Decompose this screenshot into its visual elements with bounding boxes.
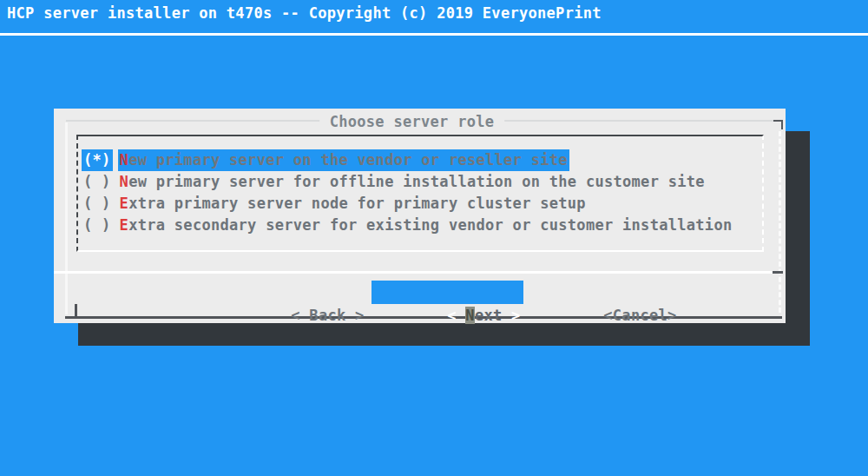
hotkey-letter: E: [120, 195, 129, 212]
server-role-option[interactable]: ( )New primary server for offline instal…: [82, 171, 762, 193]
server-role-option[interactable]: ( )Extra primary server node for primary…: [82, 193, 762, 215]
option-label: Extra primary server node for primary cl…: [118, 193, 588, 215]
back-button[interactable]: < Back >: [218, 281, 365, 304]
hotkey-cursor: N: [465, 307, 475, 324]
next-button-open-bracket: <: [447, 307, 465, 324]
dialog-corner-top-right: [773, 120, 783, 129]
hotkey-letter: E: [120, 216, 129, 234]
server-role-list: (*)New primary server on the vendor or r…: [76, 135, 764, 252]
button-separator-tick: [773, 271, 783, 274]
server-role-option[interactable]: (*)New primary server on the vendor or r…: [82, 149, 762, 171]
next-button-close-bracket: >: [503, 307, 521, 324]
radio-unselected-icon[interactable]: ( ): [82, 171, 113, 193]
server-role-option[interactable]: ( )Extra secondary server for existing v…: [82, 215, 762, 236]
option-label: New primary server for offline installat…: [118, 171, 707, 193]
button-separator: [54, 271, 777, 274]
dialog-top-border: Choose server role: [66, 120, 775, 122]
hotkey-letter: N: [120, 173, 129, 190]
option-label: Extra secondary server for existing vend…: [118, 215, 734, 236]
radio-unselected-icon[interactable]: ( ): [82, 215, 113, 236]
backtitle: HCP server installer on t470s -- Copyrig…: [7, 3, 602, 23]
radio-selected-icon[interactable]: (*): [82, 149, 113, 171]
dialog-title: Choose server role: [319, 111, 505, 132]
choose-server-role-dialog: Choose server role (*)New primary server…: [54, 109, 786, 323]
button-row: < Back > < Next > <Cancel>: [54, 281, 786, 305]
back-button-label: < Back >: [291, 307, 364, 324]
next-button-label: ext: [475, 307, 503, 324]
cancel-button[interactable]: <Cancel>: [530, 281, 677, 304]
option-label: New primary server on the vendor or rese…: [118, 149, 569, 171]
backtitle-rule: [0, 33, 868, 36]
hotkey-letter: N: [120, 151, 129, 169]
cancel-button-label: <Cancel>: [603, 307, 676, 324]
radio-unselected-icon[interactable]: ( ): [82, 193, 113, 215]
dialog-corner-bottom-left: [75, 304, 77, 316]
next-button[interactable]: < Next >: [372, 281, 523, 304]
terminal-screen: HCP server installer on t470s -- Copyrig…: [0, 0, 868, 476]
